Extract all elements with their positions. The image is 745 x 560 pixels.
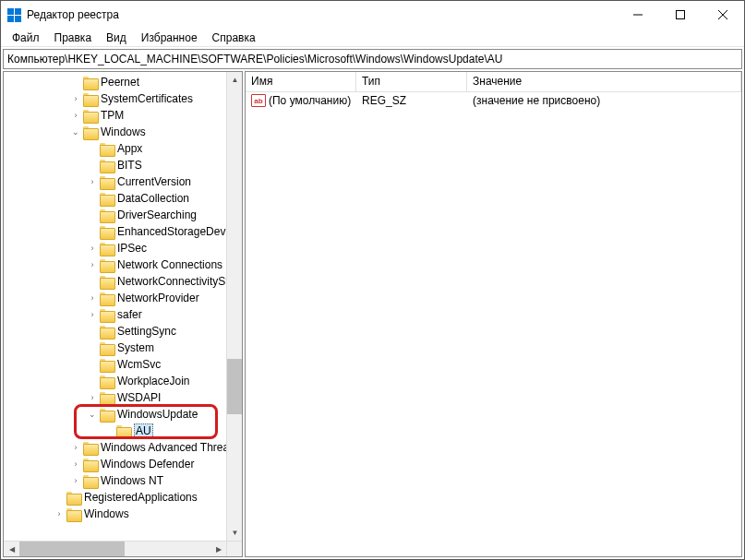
tree-node-label: Peernet bbox=[101, 76, 139, 89]
scroll-right-button[interactable]: ▶ bbox=[210, 542, 226, 557]
value-row[interactable]: ab(По умолчанию)REG_SZ(значение не присв… bbox=[246, 92, 741, 109]
chevron-right-icon[interactable]: › bbox=[70, 475, 81, 486]
chevron-down-icon[interactable]: ⌄ bbox=[87, 409, 98, 420]
tree-node[interactable]: ›Windows NT bbox=[4, 472, 226, 489]
expander-spacer bbox=[87, 276, 98, 287]
chevron-right-icon[interactable]: › bbox=[70, 459, 81, 470]
scroll-left-button[interactable]: ◀ bbox=[4, 542, 19, 557]
tree-scrollbar-horizontal[interactable]: ◀ ▶ bbox=[4, 541, 242, 556]
tree-node[interactable]: Appx bbox=[4, 140, 226, 157]
tree-node[interactable]: BITS bbox=[4, 157, 226, 173]
string-value-icon: ab bbox=[251, 94, 266, 107]
tree-node-label: RegisteredApplications bbox=[84, 491, 198, 504]
tree-node[interactable]: ⌄Windows bbox=[4, 124, 226, 140]
scroll-up-button[interactable]: ▲ bbox=[227, 72, 243, 88]
chevron-right-icon[interactable]: › bbox=[87, 176, 98, 187]
values-list[interactable]: ab(По умолчанию)REG_SZ(значение не присв… bbox=[246, 92, 741, 556]
chevron-right-icon[interactable]: › bbox=[87, 392, 98, 403]
folder-icon bbox=[100, 209, 114, 221]
folder-icon bbox=[100, 409, 114, 421]
chevron-down-icon[interactable]: ⌄ bbox=[70, 126, 81, 137]
chevron-right-icon[interactable]: › bbox=[87, 309, 98, 320]
tree-node[interactable]: ›SystemCertificates bbox=[4, 90, 226, 107]
value-type: REG_SZ bbox=[356, 93, 467, 108]
column-type[interactable]: Тип bbox=[356, 72, 467, 91]
expander-spacer bbox=[87, 193, 98, 204]
main-split: Peernet›SystemCertificates›TPM⌄WindowsAp… bbox=[1, 71, 744, 559]
scroll-thumb-vertical[interactable] bbox=[227, 359, 242, 414]
menu-edit[interactable]: Правка bbox=[47, 30, 100, 46]
menu-file[interactable]: Файл bbox=[5, 30, 47, 46]
tree-panel: Peernet›SystemCertificates›TPM⌄WindowsAp… bbox=[3, 71, 243, 557]
chevron-right-icon[interactable]: › bbox=[87, 259, 98, 270]
tree-node[interactable]: ⌄WindowsUpdate bbox=[4, 406, 226, 423]
tree-node[interactable]: ›Network Connections bbox=[4, 256, 226, 273]
maximize-button[interactable] bbox=[659, 1, 702, 29]
chevron-right-icon[interactable]: › bbox=[87, 292, 98, 304]
tree-node[interactable]: System bbox=[4, 340, 226, 356]
folder-icon bbox=[100, 160, 114, 172]
folder-icon bbox=[100, 392, 114, 404]
chevron-right-icon[interactable]: › bbox=[54, 508, 65, 519]
folder-icon bbox=[100, 375, 114, 387]
tree-node[interactable]: ›Windows bbox=[4, 506, 226, 522]
expander-spacer bbox=[87, 226, 98, 237]
column-name[interactable]: Имя bbox=[246, 72, 356, 91]
tree-node-label: DriverSearching bbox=[117, 209, 197, 221]
close-button[interactable] bbox=[702, 1, 744, 29]
menu-help[interactable]: Справка bbox=[205, 30, 263, 46]
expander-spacer bbox=[87, 342, 98, 353]
scroll-down-button[interactable]: ▼ bbox=[227, 525, 243, 541]
chevron-right-icon[interactable]: › bbox=[70, 442, 81, 453]
menu-favorites[interactable]: Избранное bbox=[134, 30, 205, 46]
tree-node[interactable]: DriverSearching bbox=[4, 207, 226, 223]
tree-node[interactable]: ›TPM bbox=[4, 107, 226, 124]
tree-node-label: Windows bbox=[84, 507, 129, 520]
tree-node[interactable]: Peernet bbox=[4, 74, 226, 90]
tree-node[interactable]: RegisteredApplications bbox=[4, 489, 226, 506]
value-name: (По умолчанию) bbox=[269, 94, 351, 107]
tree-node[interactable]: WorkplaceJoin bbox=[4, 373, 226, 389]
tree-node-label: Windows NT bbox=[101, 474, 163, 487]
tree-node[interactable]: DataCollection bbox=[4, 190, 226, 207]
folder-icon bbox=[100, 143, 114, 155]
folder-icon bbox=[83, 77, 98, 89]
svg-rect-1 bbox=[677, 11, 685, 19]
tree-node[interactable]: ›Windows Defender bbox=[4, 456, 226, 472]
column-data[interactable]: Значение bbox=[467, 72, 741, 91]
tree-node-label: Windows Defender bbox=[101, 458, 194, 471]
minimize-button[interactable] bbox=[617, 1, 659, 29]
tree-node-label: CurrentVersion bbox=[117, 175, 191, 188]
chevron-right-icon[interactable]: › bbox=[70, 93, 81, 104]
folder-icon bbox=[83, 126, 98, 138]
folder-icon bbox=[100, 276, 114, 288]
tree-node[interactable]: ›Windows Advanced Threat P bbox=[4, 439, 226, 456]
tree-node-label: DataCollection bbox=[117, 192, 189, 205]
tree-node[interactable]: ›IPSec bbox=[4, 240, 226, 256]
folder-icon bbox=[83, 442, 98, 454]
expander-spacer bbox=[87, 209, 98, 220]
tree-node[interactable]: SettingSync bbox=[4, 323, 226, 340]
expander-spacer bbox=[87, 160, 98, 171]
folder-icon bbox=[66, 492, 81, 504]
address-bar[interactable]: Компьютер\HKEY_LOCAL_MACHINE\SOFTWARE\Po… bbox=[3, 49, 742, 69]
folder-icon bbox=[100, 176, 114, 188]
tree-scrollbar-vertical[interactable]: ▲ ▼ bbox=[226, 72, 242, 541]
tree-scroll[interactable]: Peernet›SystemCertificates›TPM⌄WindowsAp… bbox=[4, 72, 226, 541]
titlebar[interactable]: Редактор реестра bbox=[1, 1, 744, 29]
scroll-thumb-horizontal[interactable] bbox=[19, 542, 125, 556]
folder-icon bbox=[100, 309, 114, 321]
tree-node[interactable]: NetworkConnectivityStat bbox=[4, 273, 226, 290]
tree-node-label: TPM bbox=[101, 109, 124, 122]
tree-node[interactable]: AU bbox=[4, 423, 226, 439]
tree-node[interactable]: ›NetworkProvider bbox=[4, 290, 226, 306]
chevron-right-icon[interactable]: › bbox=[70, 110, 81, 121]
chevron-right-icon[interactable]: › bbox=[87, 243, 98, 254]
tree-node[interactable]: EnhancedStorageDevices bbox=[4, 223, 226, 240]
menu-view[interactable]: Вид bbox=[99, 30, 134, 46]
folder-icon bbox=[100, 259, 114, 271]
tree-node[interactable]: ›CurrentVersion bbox=[4, 173, 226, 190]
tree-node[interactable]: ›WSDAPI bbox=[4, 389, 226, 406]
tree-node[interactable]: ›safer bbox=[4, 306, 226, 323]
tree-node[interactable]: WcmSvc bbox=[4, 356, 226, 373]
